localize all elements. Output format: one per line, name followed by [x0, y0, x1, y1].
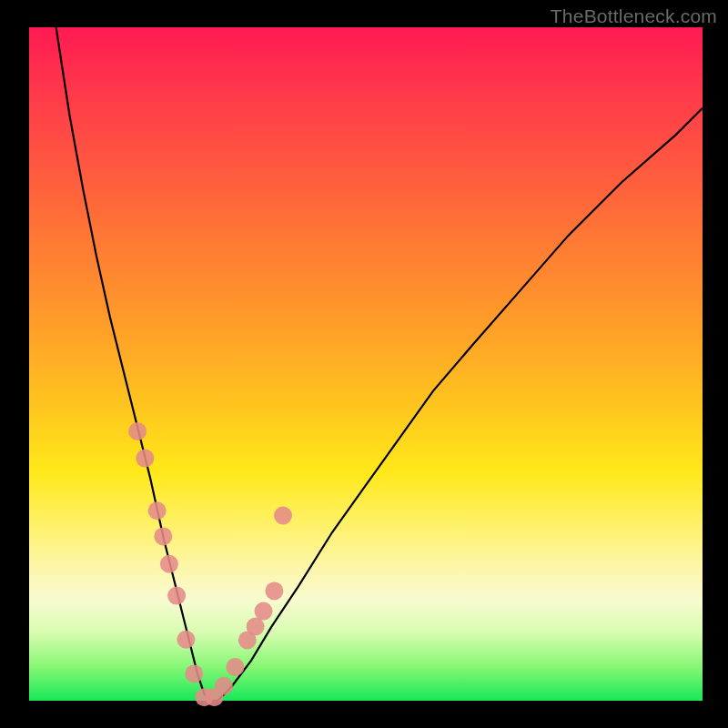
marker-dot: [128, 422, 147, 440]
marker-dot: [247, 618, 265, 636]
marker-dot: [185, 664, 203, 682]
marker-dot: [136, 450, 154, 468]
bottleneck-curve: [56, 27, 703, 701]
marker-dot: [177, 631, 195, 649]
marker-dot: [167, 587, 186, 605]
marker-dot: [265, 581, 283, 600]
chart-frame: TheBottleneck.com: [0, 0, 728, 728]
watermark-text: TheBottleneck.com: [551, 5, 717, 27]
marker-group: [128, 422, 292, 706]
plot-area: [29, 27, 703, 701]
marker-dot: [160, 555, 178, 573]
marker-dot: [154, 527, 172, 545]
marker-dot: [255, 602, 273, 621]
chart-svg: [29, 27, 703, 701]
marker-dot: [148, 501, 167, 520]
marker-dot: [274, 507, 292, 525]
marker-dot: [215, 677, 233, 695]
marker-dot: [226, 658, 244, 676]
